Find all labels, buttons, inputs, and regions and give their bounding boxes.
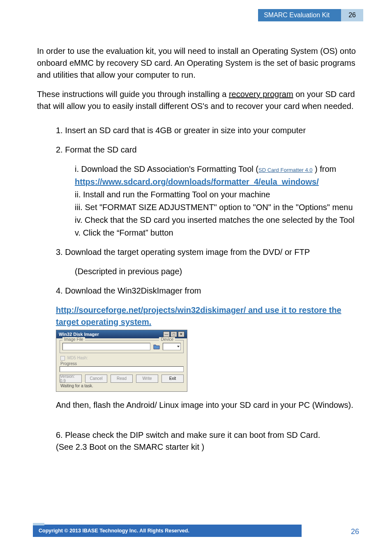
- step-2-v: v. Click the “Format” button: [75, 227, 359, 239]
- sdcard-org-link[interactable]: https://www.sdcard.org/downloads/formatt…: [75, 177, 319, 186]
- device-select[interactable]: [163, 343, 181, 350]
- version-label: Version: 0.9: [60, 375, 82, 383]
- window-title: Win32 Disk Imager: [59, 332, 99, 337]
- step-3-desc: (Descripted in previous page): [75, 266, 359, 278]
- sd-formatter-link[interactable]: SD Card Formatter 4.0: [258, 167, 313, 173]
- step-2: 2. Format the SD card: [56, 144, 359, 156]
- image-file-label: Image File: [62, 337, 85, 342]
- step-6-line2: (See 2.3 Boot on the SMARC starter kit ): [56, 441, 359, 453]
- step-6-line1: 6. Please check the DIP switch and make …: [56, 429, 359, 441]
- intro-para-1: In order to use the evaluation kit, you …: [37, 45, 359, 81]
- image-file-input[interactable]: [62, 343, 150, 350]
- step-2-iii: iii. Set "FORMAT SIZE ADJUSTMENT" option…: [75, 201, 359, 213]
- close-icon[interactable]: ✕: [178, 331, 184, 337]
- status-text: Waiting for a task.: [60, 383, 184, 388]
- folder-icon[interactable]: [153, 343, 160, 350]
- footer-copyright: Copyright © 2013 IBASE Technology Inc. A…: [33, 525, 302, 537]
- win32diskimager-link[interactable]: http://sourceforge.net/projects/win32dis…: [56, 305, 341, 326]
- minimize-icon[interactable]: —: [163, 331, 170, 337]
- cancel-button[interactable]: Cancel: [85, 375, 107, 383]
- progress-label: Progress: [60, 361, 184, 366]
- step-4: 4. Download the Win32DiskImager from: [56, 285, 359, 297]
- exit-button[interactable]: Exit: [161, 375, 184, 383]
- md5-hash-checkbox[interactable]: MD5 Hash:: [60, 356, 183, 361]
- step-2-ii: ii. Install and run the Formatting Tool …: [75, 189, 359, 201]
- header-page-number: 26: [341, 9, 363, 21]
- step-3: 3. Download the target operating system …: [56, 246, 359, 258]
- footer-accent: [33, 523, 44, 525]
- device-label: Device: [159, 337, 175, 342]
- flash-instruction: And then, flash the Android/ Linux image…: [56, 399, 359, 411]
- header-title: SMARC Evaluation Kit: [258, 9, 341, 21]
- win32diskimager-screenshot: Win32 Disk Imager — □ ✕ Image File Devic…: [56, 330, 359, 392]
- intro-para-2: These instructions will guide you throug…: [37, 88, 359, 112]
- read-button[interactable]: Read: [111, 375, 133, 383]
- step-2-i: i. Download the SD Association's Formatt…: [75, 163, 359, 175]
- footer-page-number: 26: [351, 527, 359, 536]
- write-button[interactable]: Write: [136, 375, 158, 383]
- step-1: 1. Insert an SD card that is 4GB or grea…: [56, 125, 359, 136]
- maximize-icon[interactable]: □: [171, 331, 177, 337]
- step-2-iv: iv. Check that the SD card you inserted …: [75, 214, 359, 226]
- progress-bar: [60, 366, 184, 372]
